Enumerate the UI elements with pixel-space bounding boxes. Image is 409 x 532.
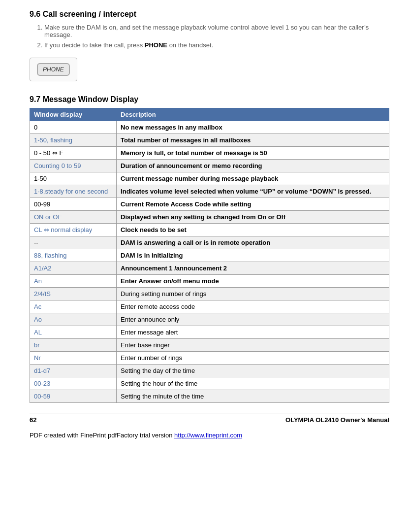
table-cell-window: 1-50 <box>30 172 117 185</box>
table-cell-description: Enter Answer on/off menu mode <box>117 275 389 288</box>
table-cell-description: Enter base ringer <box>117 339 389 352</box>
table-cell-window: Ao <box>30 313 117 326</box>
table-row: A1/A2Announcement 1 /announcement 2 <box>30 262 389 275</box>
page-number: 62 <box>30 416 36 424</box>
step-1: Make sure the DAM is on, and set the mes… <box>44 24 389 38</box>
table-row: 00-99Current Remote Access Code while se… <box>30 198 389 211</box>
section-message-window: 9.7 Message Window Display Window displa… <box>30 95 389 403</box>
table-row: 2/4/tSDuring setting number of rings <box>30 288 389 300</box>
table-row: 00-23Setting the hour of the time <box>30 377 389 390</box>
brand-title: OLYMPIA OL2410 Owner's Manual <box>285 416 389 424</box>
table-cell-window: An <box>30 275 117 288</box>
table-cell-window: -- <box>30 236 117 249</box>
table-cell-description: Setting the minute of the time <box>117 390 389 403</box>
table-row: AoEnter announce only <box>30 313 389 326</box>
table-cell-description: Total number of messages in all mailboxe… <box>117 134 389 147</box>
table-row: 00-59Setting the minute of the time <box>30 390 389 403</box>
table-row: CL ⇔ normal displayClock needs to be set <box>30 224 389 236</box>
table-cell-window: 0 <box>30 121 117 134</box>
table-cell-description: Announcement 1 /announcement 2 <box>117 262 389 275</box>
table-cell-description: During setting number of rings <box>117 288 389 300</box>
table-cell-description: DAM is answering a call or is in remote … <box>117 236 389 249</box>
table-row: 1-50, flashingTotal number of messages i… <box>30 134 389 147</box>
table-cell-window: br <box>30 339 117 352</box>
pdf-notice: PDF created with FinePrint pdfFactory tr… <box>30 432 389 439</box>
step-list: Make sure the DAM is on, and set the mes… <box>44 24 389 49</box>
table-cell-window: Nr <box>30 352 117 365</box>
step-1-text: Make sure the DAM is on, and set the mes… <box>44 24 369 38</box>
table-cell-description: Enter number of rings <box>117 352 389 365</box>
table-row: 0 - 50 ⇔ FMemory is full, or total numbe… <box>30 147 389 160</box>
table-row: NrEnter number of rings <box>30 352 389 365</box>
page-footer: 62 OLYMPIA OL2410 Owner's Manual <box>30 413 389 424</box>
table-row: d1-d7Setting the day of the time <box>30 365 389 377</box>
section-call-screening: 9.6 Call screening / intercept Make sure… <box>30 10 389 90</box>
table-cell-window: 88, flashing <box>30 249 117 262</box>
table-cell-window: AL <box>30 326 117 339</box>
table-row: AnEnter Answer on/off menu mode <box>30 275 389 288</box>
table-row: brEnter base ringer <box>30 339 389 352</box>
table-row: 1-8,steady for one secondIndicates volum… <box>30 185 389 198</box>
table-cell-description: Current message number during message pl… <box>117 172 389 185</box>
table-cell-window: 2/4/tS <box>30 288 117 300</box>
table-row: --DAM is answering a call or is in remot… <box>30 236 389 249</box>
table-row: 1-50Current message number during messag… <box>30 172 389 185</box>
table-cell-window: d1-d7 <box>30 365 117 377</box>
table-cell-window: Counting 0 to 59 <box>30 160 117 172</box>
table-row: ALEnter message alert <box>30 326 389 339</box>
table-cell-window: 00-23 <box>30 377 117 390</box>
table-cell-window: 00-99 <box>30 198 117 211</box>
table-cell-window: CL ⇔ normal display <box>30 224 117 236</box>
table-header-row: Window display Description <box>30 108 389 121</box>
table-cell-description: DAM is in initializing <box>117 249 389 262</box>
table-cell-description: Displayed when any setting is changed fr… <box>117 211 389 224</box>
window-display-table: Window display Description 0No new messa… <box>30 108 389 403</box>
table-cell-description: Memory is full, or total number of messa… <box>117 147 389 160</box>
table-row: ON or OFDisplayed when any setting is ch… <box>30 211 389 224</box>
table-cell-description: Indicates volume level selected when vol… <box>117 185 389 198</box>
table-cell-description: Enter announce only <box>117 313 389 326</box>
col1-header: Window display <box>30 108 117 121</box>
step-2-highlight: PHONE <box>145 41 167 49</box>
table-cell-description: Setting the day of the time <box>117 365 389 377</box>
step-2: If you decide to take the call, press PH… <box>44 41 389 49</box>
step-2-text-before: If you decide to take the call, press <box>44 41 145 49</box>
table-cell-description: No new messages in any mailbox <box>117 121 389 134</box>
table-cell-window: A1/A2 <box>30 262 117 275</box>
phone-label: PHONE <box>37 63 70 76</box>
table-cell-window: Ac <box>30 300 117 313</box>
section-97-title: 9.7 Message Window Display <box>30 95 389 104</box>
table-cell-description: Setting the hour of the time <box>117 377 389 390</box>
pdf-notice-prefix: PDF created with FinePrint pdfFactory tr… <box>30 432 174 439</box>
step-2-text-after: on the handset. <box>167 41 213 49</box>
table-row: 0No new messages in any mailbox <box>30 121 389 134</box>
table-row: Counting 0 to 59Duration of announcement… <box>30 160 389 172</box>
table-cell-description: Clock needs to be set <box>117 224 389 236</box>
table-cell-description: Enter remote access code <box>117 300 389 313</box>
table-row: AcEnter remote access code <box>30 300 389 313</box>
table-cell-window: 1-50, flashing <box>30 134 117 147</box>
table-row: 88, flashingDAM is in initializing <box>30 249 389 262</box>
table-cell-window: 0 - 50 ⇔ F <box>30 147 117 160</box>
section-96-title: 9.6 Call screening / intercept <box>30 10 389 19</box>
table-cell-window: 00-59 <box>30 390 117 403</box>
table-cell-description: Current Remote Access Code while setting <box>117 198 389 211</box>
table-cell-window: 1-8,steady for one second <box>30 185 117 198</box>
table-cell-description: Enter message alert <box>117 326 389 339</box>
col2-header: Description <box>117 108 389 121</box>
phone-button-image: PHONE <box>30 58 77 81</box>
pdf-notice-link[interactable]: http://www.fineprint.com <box>174 432 242 439</box>
table-cell-description: Duration of announcement or memo recordi… <box>117 160 389 172</box>
table-cell-window: ON or OF <box>30 211 117 224</box>
